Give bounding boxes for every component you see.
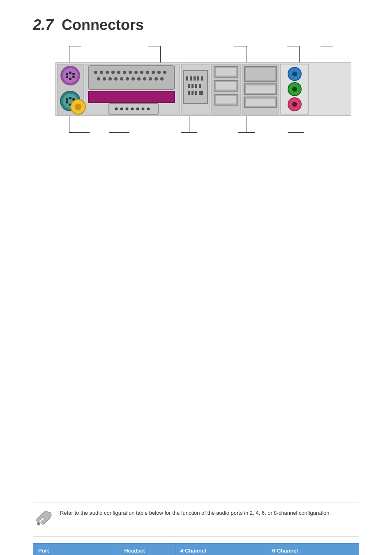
- svg-rect-58: [186, 76, 188, 81]
- svg-rect-70: [199, 91, 201, 95]
- svg-point-37: [120, 77, 123, 81]
- table-header-headset: Headset: [119, 543, 175, 555]
- svg-rect-64: [191, 84, 194, 88]
- svg-point-26: [129, 71, 132, 74]
- svg-rect-83: [246, 85, 275, 93]
- svg-rect-74: [216, 68, 236, 76]
- svg-point-3: [63, 68, 78, 83]
- svg-rect-62: [201, 76, 203, 81]
- page-container: 2.7 Connectors: [0, 0, 392, 555]
- svg-point-22: [106, 71, 109, 74]
- svg-rect-59: [190, 76, 192, 81]
- svg-point-55: [75, 104, 81, 110]
- svg-point-9: [69, 78, 71, 80]
- section-header: 2.7 Connectors: [33, 16, 359, 34]
- svg-point-4: [66, 73, 68, 75]
- note-box: Refer to the audio configuration table b…: [33, 502, 359, 537]
- svg-point-35: [108, 77, 112, 81]
- svg-rect-68: [191, 91, 194, 95]
- svg-rect-65: [195, 84, 197, 88]
- svg-rect-63: [188, 84, 190, 88]
- svg-rect-78: [216, 96, 236, 104]
- svg-point-8: [72, 76, 75, 78]
- svg-point-90: [292, 87, 297, 92]
- svg-point-12: [66, 98, 68, 101]
- svg-point-40: [137, 77, 141, 81]
- svg-rect-60: [194, 76, 196, 81]
- svg-point-28: [140, 71, 143, 74]
- svg-point-48: [120, 108, 123, 111]
- svg-point-30: [152, 71, 155, 74]
- svg-rect-67: [188, 91, 190, 95]
- svg-point-49: [126, 108, 129, 111]
- svg-point-51: [136, 108, 139, 111]
- section-number: 2.7: [33, 16, 53, 34]
- svg-point-15: [66, 101, 68, 104]
- svg-point-29: [146, 71, 149, 74]
- svg-point-47: [115, 108, 118, 111]
- svg-rect-76: [216, 82, 236, 90]
- svg-point-7: [66, 76, 68, 78]
- svg-point-88: [292, 71, 297, 76]
- svg-point-5: [69, 71, 71, 74]
- svg-point-93: [37, 522, 40, 525]
- svg-point-92: [292, 102, 297, 107]
- svg-point-43: [154, 77, 158, 81]
- svg-point-39: [131, 77, 135, 81]
- svg-rect-66: [199, 84, 201, 88]
- svg-point-27: [134, 71, 138, 74]
- svg-rect-71: [201, 91, 203, 95]
- svg-point-50: [131, 108, 134, 111]
- svg-point-21: [100, 71, 103, 74]
- svg-point-52: [142, 108, 145, 111]
- svg-point-44: [160, 77, 164, 81]
- backplate-svg: [55, 62, 351, 124]
- svg-rect-85: [246, 99, 275, 106]
- table-header-port: Port: [33, 543, 119, 555]
- table-header-6ch: 6-Channel: [267, 543, 359, 555]
- svg-rect-81: [246, 68, 275, 80]
- svg-point-20: [94, 71, 97, 74]
- svg-rect-61: [197, 76, 199, 81]
- connector-diagram: [33, 46, 359, 140]
- note-text: Refer to the audio configuration table b…: [60, 509, 359, 518]
- svg-point-31: [157, 71, 161, 74]
- svg-point-53: [147, 108, 150, 111]
- svg-point-32: [163, 71, 166, 74]
- table-header-4ch: 4-Channel: [175, 543, 267, 555]
- connector-table: Port Headset 4-Channel 6-Channel Light B…: [33, 543, 359, 555]
- svg-point-25: [123, 71, 126, 74]
- svg-point-38: [126, 77, 129, 81]
- table-header-row: Port Headset 4-Channel 6-Channel: [33, 543, 359, 555]
- section-title: Connectors: [62, 16, 144, 34]
- svg-point-24: [117, 71, 120, 74]
- svg-point-13: [69, 97, 71, 99]
- svg-rect-69: [195, 91, 197, 95]
- svg-point-42: [149, 77, 152, 81]
- svg-point-36: [114, 77, 118, 81]
- svg-point-34: [103, 77, 106, 81]
- note-icon: [33, 509, 53, 530]
- svg-point-6: [72, 73, 75, 75]
- svg-point-23: [111, 71, 115, 74]
- svg-rect-45: [88, 91, 175, 103]
- svg-point-33: [97, 77, 100, 81]
- content-spacer: [33, 153, 359, 354]
- svg-point-41: [143, 77, 146, 81]
